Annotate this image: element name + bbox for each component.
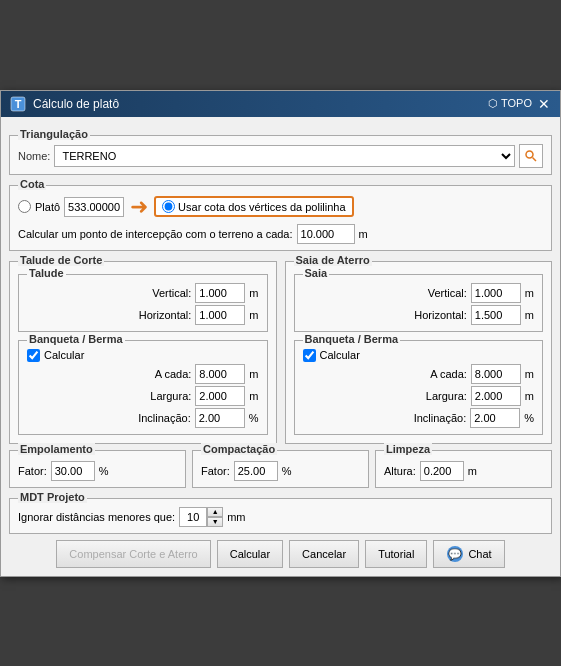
- window-title: Cálculo de platô: [33, 97, 119, 111]
- acada-corte-label: A cada:: [27, 368, 191, 380]
- talude-vertical-input[interactable]: [195, 283, 245, 303]
- mdt-section: MDT Projeto Ignorar distâncias menores q…: [9, 498, 552, 534]
- acada-aterro-unit: m: [525, 368, 534, 380]
- arrow-icon: ➜: [130, 194, 148, 220]
- talude-vertical-label: Vertical:: [27, 287, 191, 299]
- button-row: Compensar Corte e Aterro Calcular Cancel…: [9, 540, 552, 568]
- intercep-text: Calcular um ponto de intercepção com o t…: [18, 228, 293, 240]
- compactacao-fator-input[interactable]: [234, 461, 278, 481]
- compensar-button[interactable]: Compensar Corte e Aterro: [56, 540, 210, 568]
- nome-label: Nome:: [18, 150, 50, 162]
- limpeza-label: Limpeza: [384, 443, 432, 455]
- acada-corte-row: A cada: m: [27, 364, 259, 384]
- empolamento-section: Empolamento Fator: %: [9, 450, 186, 488]
- plato-input[interactable]: [64, 197, 124, 217]
- chat-button-label: Chat: [468, 548, 491, 560]
- chat-button[interactable]: 💬 Chat: [433, 540, 504, 568]
- mdt-ignorar-input[interactable]: [179, 507, 207, 527]
- saia-inner-section: Saia Vertical: m Horizontal: m: [294, 274, 544, 332]
- topo-logo-icon: T: [9, 95, 27, 113]
- spinner-up-button[interactable]: ▲: [207, 507, 223, 517]
- empolamento-fator-unit: %: [99, 465, 109, 477]
- calcular-button[interactable]: Calcular: [217, 540, 283, 568]
- saia-horizontal-row: Horizontal: m: [303, 305, 535, 325]
- saia-horizontal-unit: m: [525, 309, 534, 321]
- triangulacao-row: Nome: TERRENO: [18, 144, 543, 168]
- inclinacao-aterro-label: Inclinação:: [303, 412, 467, 424]
- title-bar-left: T Cálculo de platô: [9, 95, 119, 113]
- talude-corte-section: Talude de Corte Talude Vertical: m Horiz…: [9, 261, 277, 444]
- triangulacao-label: Triangulação: [18, 128, 90, 140]
- talude-saia-row: Talude de Corte Talude Vertical: m Horiz…: [9, 261, 552, 444]
- calcular-aterro-checkbox[interactable]: [303, 349, 316, 362]
- limpeza-row: Altura: m: [384, 461, 543, 481]
- saia-inner-label: Saia: [303, 267, 330, 279]
- compactacao-row: Fator: %: [201, 461, 360, 481]
- close-button[interactable]: ✕: [536, 96, 552, 112]
- fatores-row: Empolamento Fator: % Compactação Fator: …: [9, 450, 552, 488]
- saia-vertical-input[interactable]: [471, 283, 521, 303]
- empolamento-fator-input[interactable]: [51, 461, 95, 481]
- cancelar-button[interactable]: Cancelar: [289, 540, 359, 568]
- mdt-ignorar-unit: mm: [227, 511, 245, 523]
- cota-label: Cota: [18, 178, 46, 190]
- empolamento-fator-label: Fator:: [18, 465, 47, 477]
- search-icon: [524, 149, 538, 163]
- saia-horizontal-input[interactable]: [471, 305, 521, 325]
- largura-aterro-row: Largura: m: [303, 386, 535, 406]
- limpeza-altura-input[interactable]: [420, 461, 464, 481]
- compactacao-fator-label: Fator:: [201, 465, 230, 477]
- svg-line-3: [533, 157, 537, 161]
- usar-cota-radio[interactable]: [162, 200, 175, 213]
- calcular-corte-checkbox[interactable]: [27, 349, 40, 362]
- acada-aterro-input[interactable]: [471, 364, 521, 384]
- tutorial-button[interactable]: Tutorial: [365, 540, 427, 568]
- inclinacao-corte-row: Inclinação: %: [27, 408, 259, 428]
- mdt-label: MDT Projeto: [18, 491, 87, 503]
- talude-horizontal-unit: m: [249, 309, 258, 321]
- saia-horizontal-label: Horizontal:: [303, 309, 467, 321]
- spinbox: ▲ ▼: [179, 507, 223, 527]
- inclinacao-aterro-row: Inclinação: %: [303, 408, 535, 428]
- limpeza-altura-unit: m: [468, 465, 477, 477]
- saia-vertical-row: Vertical: m: [303, 283, 535, 303]
- plato-radio-label: Platô: [35, 201, 60, 213]
- compactacao-section: Compactação Fator: %: [192, 450, 369, 488]
- largura-aterro-label: Largura:: [303, 390, 467, 402]
- limpeza-section: Limpeza Altura: m: [375, 450, 552, 488]
- spinner-down-button[interactable]: ▼: [207, 517, 223, 527]
- talude-horizontal-input[interactable]: [195, 305, 245, 325]
- inclinacao-aterro-input[interactable]: [470, 408, 520, 428]
- talude-vertical-unit: m: [249, 287, 258, 299]
- largura-aterro-input[interactable]: [471, 386, 521, 406]
- intercep-input[interactable]: [297, 224, 355, 244]
- largura-corte-row: Largura: m: [27, 386, 259, 406]
- spinner-buttons: ▲ ▼: [207, 507, 223, 527]
- talude-vertical-row: Vertical: m: [27, 283, 259, 303]
- intercep-unit: m: [359, 228, 368, 240]
- nome-select[interactable]: TERRENO: [54, 145, 515, 167]
- inclinacao-aterro-unit: %: [524, 412, 534, 424]
- acada-corte-input[interactable]: [195, 364, 245, 384]
- intercep-row: Calcular um ponto de intercepção com o t…: [18, 224, 543, 244]
- saia-aterro-section: Saia de Aterro Saia Vertical: m Horizont…: [285, 261, 553, 444]
- talude-horizontal-row: Horizontal: m: [27, 305, 259, 325]
- plato-radio[interactable]: [18, 200, 31, 213]
- compactacao-fator-unit: %: [282, 465, 292, 477]
- empolamento-label: Empolamento: [18, 443, 95, 455]
- main-window: T Cálculo de platô ⬡ TOPO ✕ Triangulação…: [0, 90, 561, 577]
- talude-horizontal-label: Horizontal:: [27, 309, 191, 321]
- mdt-row: Ignorar distâncias menores que: ▲ ▼ mm: [18, 507, 543, 527]
- content-area: Triangulação Nome: TERRENO Cota Platô: [1, 117, 560, 576]
- largura-corte-input[interactable]: [195, 386, 245, 406]
- title-bar: T Cálculo de platô ⬡ TOPO ✕: [1, 91, 560, 117]
- largura-corte-label: Largura:: [27, 390, 191, 402]
- talude-corte-label: Talude de Corte: [18, 254, 104, 266]
- topo-brand-label: ⬡ TOPO: [488, 97, 532, 110]
- acada-aterro-label: A cada:: [303, 368, 467, 380]
- largura-corte-unit: m: [249, 390, 258, 402]
- empolamento-row: Fator: %: [18, 461, 177, 481]
- search-button[interactable]: [519, 144, 543, 168]
- triangulacao-section: Triangulação Nome: TERRENO: [9, 135, 552, 175]
- inclinacao-corte-input[interactable]: [195, 408, 245, 428]
